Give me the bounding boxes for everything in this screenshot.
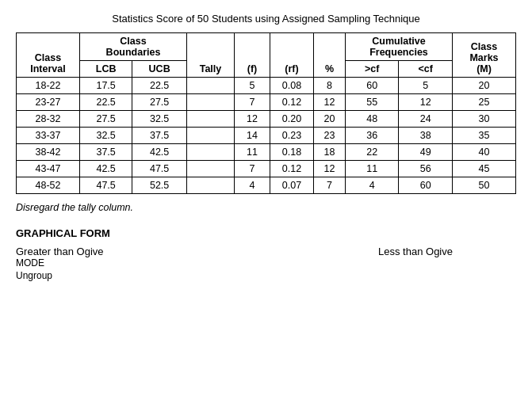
- cell-interval: 48-52: [17, 177, 80, 194]
- cell-marks: 25: [453, 94, 516, 111]
- header-class-marks: Class Marks(M): [453, 33, 516, 78]
- header-ucb: UCB: [132, 61, 187, 78]
- cell-pct: 12: [313, 94, 345, 111]
- cell-pct: 8: [313, 78, 345, 94]
- cell-ucb: 22.5: [132, 78, 187, 94]
- cell-f: 12: [234, 111, 270, 128]
- header-lcb: LCB: [80, 61, 132, 78]
- cell-marks: 30: [453, 111, 516, 128]
- greater-ogive-label: Greater than Ogive: [16, 246, 104, 257]
- cell-gcf: 55: [345, 94, 399, 111]
- cell-lcf: 24: [399, 111, 453, 128]
- cell-interval: 23-27: [17, 94, 80, 111]
- cell-lcf: 5: [399, 78, 453, 94]
- header-tally: Tally: [186, 33, 234, 78]
- cell-gcf: 48: [345, 111, 399, 128]
- cell-interval: 28-32: [17, 111, 80, 128]
- cell-lcb: 27.5: [80, 111, 132, 128]
- cell-f: 7: [234, 94, 270, 111]
- cell-lcf: 49: [399, 144, 453, 161]
- graphical-title: GRAPHICAL FORM: [16, 227, 516, 239]
- cell-gcf: 60: [345, 78, 399, 94]
- cell-tally: [186, 161, 234, 177]
- ogive-row: Greater than Ogive MODE Ungroup Less tha…: [16, 246, 516, 282]
- header-f: (f): [234, 33, 270, 78]
- cell-tally: [186, 78, 234, 94]
- header-class-boundaries: ClassBoundaries: [80, 33, 187, 61]
- cell-rf: 0.12: [270, 94, 313, 111]
- cell-ucb: 42.5: [132, 144, 187, 161]
- cell-lcb: 42.5: [80, 161, 132, 177]
- cell-tally: [186, 177, 234, 194]
- cell-interval: 18-22: [17, 78, 80, 94]
- header-pct: %: [313, 33, 345, 78]
- table-row: 38-42 37.5 42.5 11 0.18 18 22 49 40: [17, 144, 516, 161]
- cell-rf: 0.08: [270, 78, 313, 94]
- cell-pct: 7: [313, 177, 345, 194]
- cell-gcf: 36: [345, 128, 399, 144]
- cell-tally: [186, 111, 234, 128]
- table-row: 43-47 42.5 47.5 7 0.12 12 11 56 45: [17, 161, 516, 177]
- cell-interval: 43-47: [17, 161, 80, 177]
- cell-f: 14: [234, 128, 270, 144]
- table-row: 18-22 17.5 22.5 5 0.08 8 60 5 20: [17, 78, 516, 94]
- cell-f: 7: [234, 161, 270, 177]
- cell-interval: 33-37: [17, 128, 80, 144]
- cell-rf: 0.07: [270, 177, 313, 194]
- cell-rf: 0.23: [270, 128, 313, 144]
- page-title: Statistics Score of 50 Students using As…: [16, 13, 516, 25]
- header-cum-freq: CumulativeFrequencies: [345, 33, 452, 61]
- cell-pct: 23: [313, 128, 345, 144]
- cell-lcf: 12: [399, 94, 453, 111]
- cell-ucb: 27.5: [132, 94, 187, 111]
- cell-ucb: 37.5: [132, 128, 187, 144]
- cell-marks: 35: [453, 128, 516, 144]
- mode-label: MODE: [16, 257, 104, 270]
- cell-f: 4: [234, 177, 270, 194]
- table-row: 28-32 27.5 32.5 12 0.20 20 48 24 30: [17, 111, 516, 128]
- cell-lcf: 56: [399, 161, 453, 177]
- cell-interval: 38-42: [17, 144, 80, 161]
- table-row: 23-27 22.5 27.5 7 0.12 12 55 12 25: [17, 94, 516, 111]
- cell-lcb: 17.5: [80, 78, 132, 94]
- cell-gcf: 22: [345, 144, 399, 161]
- cell-marks: 40: [453, 144, 516, 161]
- cell-ucb: 52.5: [132, 177, 187, 194]
- cell-pct: 12: [313, 161, 345, 177]
- cell-marks: 45: [453, 161, 516, 177]
- cell-marks: 20: [453, 78, 516, 94]
- table-row: 48-52 47.5 52.5 4 0.07 7 4 60 50: [17, 177, 516, 194]
- tally-note: Disregard the tally column.: [16, 202, 516, 213]
- cell-f: 5: [234, 78, 270, 94]
- cell-lcb: 32.5: [80, 128, 132, 144]
- table-row: 33-37 32.5 37.5 14 0.23 23 36 38 35: [17, 128, 516, 144]
- cell-pct: 20: [313, 111, 345, 128]
- cell-rf: 0.18: [270, 144, 313, 161]
- header-greater-cf: >cf: [345, 61, 399, 78]
- cell-pct: 18: [313, 144, 345, 161]
- less-ogive-label: Less than Ogive: [378, 246, 453, 257]
- ungroup-label: Ungroup: [16, 270, 104, 283]
- cell-lcb: 47.5: [80, 177, 132, 194]
- cell-lcf: 38: [399, 128, 453, 144]
- cell-tally: [186, 144, 234, 161]
- ogive-left: Greater than Ogive MODE Ungroup: [16, 246, 104, 282]
- cell-lcf: 60: [399, 177, 453, 194]
- header-less-cf: <cf: [399, 61, 453, 78]
- cell-tally: [186, 128, 234, 144]
- cell-ucb: 32.5: [132, 111, 187, 128]
- cell-tally: [186, 94, 234, 111]
- cell-gcf: 4: [345, 177, 399, 194]
- cell-f: 11: [234, 144, 270, 161]
- cell-lcb: 37.5: [80, 144, 132, 161]
- cell-rf: 0.12: [270, 161, 313, 177]
- cell-lcb: 22.5: [80, 94, 132, 111]
- header-class-interval: ClassInterval: [17, 33, 80, 78]
- cell-gcf: 11: [345, 161, 399, 177]
- statistics-table: ClassInterval ClassBoundaries Tally (f) …: [16, 32, 516, 194]
- ogive-right: Less than Ogive: [378, 246, 516, 282]
- cell-rf: 0.20: [270, 111, 313, 128]
- cell-ucb: 47.5: [132, 161, 187, 177]
- header-rf: (rf): [270, 33, 313, 78]
- cell-marks: 50: [453, 177, 516, 194]
